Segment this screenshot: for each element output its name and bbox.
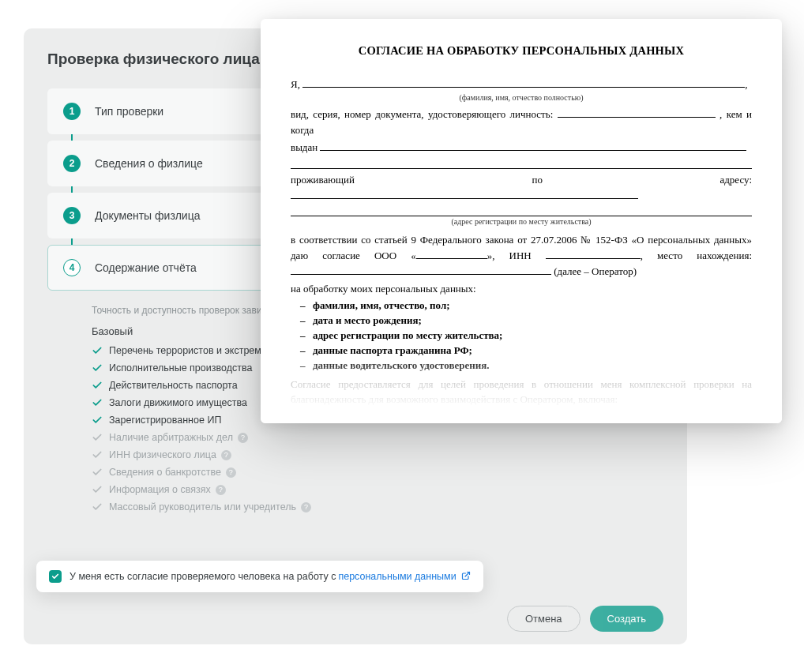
doc-text: , место нахождения: xyxy=(641,250,752,261)
list-item: Сведения о банкротстве ? xyxy=(92,467,648,478)
doc-faded-list: поиск в реестре недействительных паспорт… xyxy=(291,407,752,423)
info-icon[interactable]: ? xyxy=(301,502,311,512)
check-icon xyxy=(92,432,103,443)
step-badge: 1 xyxy=(63,103,81,120)
info-icon[interactable]: ? xyxy=(221,450,231,460)
doc-bold-list: фамилия, имя, отчество, пол; дата и мест… xyxy=(291,298,752,373)
info-icon[interactable]: ? xyxy=(238,433,248,443)
step-label: Сведения о физлице xyxy=(95,157,203,170)
personal-data-link[interactable]: персональными данными xyxy=(338,571,471,582)
check-icon xyxy=(92,467,103,478)
list-item-label: Залоги движимого имущества xyxy=(109,397,247,408)
check-icon xyxy=(92,501,103,512)
create-button[interactable]: Создать xyxy=(590,606,663,632)
doc-text: (далее – Оператор) xyxy=(554,265,637,277)
doc-label: проживающий по адресу: xyxy=(291,174,752,186)
doc-caption-fio: (фамилия, имя, отчество полностью) xyxy=(291,93,752,102)
fill-line xyxy=(291,158,752,169)
doc-list-item: адрес регистрации по месту жительства; xyxy=(313,328,752,344)
step-label: Документы физлица xyxy=(95,209,200,222)
step-label: Содержание отчёта xyxy=(95,261,197,274)
doc-label: выдан xyxy=(291,141,317,153)
cancel-button[interactable]: Отмена xyxy=(507,606,580,632)
doc-list-item: поиск в реестре недействительных паспорт… xyxy=(313,407,752,422)
list-item-label: Массовый руководитель или учредитель xyxy=(109,501,296,512)
info-icon[interactable]: ? xyxy=(216,485,226,495)
doc-processing-intro: на обработку моих персональных данных: xyxy=(291,281,752,297)
check-icon xyxy=(92,345,103,356)
check-icon xyxy=(92,449,103,460)
step-badge: 4 xyxy=(63,259,81,276)
list-item-label: Зарегистрированное ИП xyxy=(109,415,221,426)
list-item-label: Сведения о банкротстве xyxy=(109,467,221,478)
list-item: Массовый руководитель или учредитель ? xyxy=(92,501,648,512)
list-item-label: ИНН физического лица xyxy=(109,449,216,460)
doc-list-item: данные водительского удостоверения. xyxy=(313,359,752,374)
list-item: ИНН физического лица ? xyxy=(92,449,648,460)
check-icon xyxy=(51,573,59,580)
list-item-label: Наличие арбитражных дел xyxy=(109,432,233,443)
doc-line-doc: вид, серия, номер документа, удостоверяю… xyxy=(291,107,752,138)
external-link-icon xyxy=(461,571,471,580)
check-icon xyxy=(92,415,103,426)
doc-label: вид, серия, номер документа, удостоверяю… xyxy=(291,108,553,120)
doc-list-item: нахождения в розыске; xyxy=(313,422,752,423)
list-item-label: Информация о связях xyxy=(109,484,211,495)
info-icon[interactable]: ? xyxy=(226,467,236,478)
doc-line-issued: выдан xyxy=(291,140,752,156)
consent-document: СОГЛАСИЕ НА ОБРАБОТКУ ПЕРСОНАЛЬНЫХ ДАННЫ… xyxy=(261,19,782,423)
consent-text: У меня есть согласие проверяемого челове… xyxy=(70,571,336,582)
doc-label: Я, xyxy=(291,78,300,90)
step-badge: 3 xyxy=(63,207,81,224)
step-label: Тип проверки xyxy=(95,105,163,118)
doc-line-address: проживающий по адресу: xyxy=(291,172,752,204)
check-icon xyxy=(92,397,103,408)
fill-line xyxy=(291,205,752,216)
link-text: персональными данными xyxy=(338,571,456,582)
doc-list-item: данные паспорта гражданина РФ; xyxy=(313,344,752,359)
check-icon xyxy=(92,362,103,374)
list-item-label: Действительность паспорта xyxy=(109,380,238,391)
doc-law-paragraph: в соответствии со статьей 9 Федерального… xyxy=(291,232,752,280)
doc-text: », ИНН xyxy=(487,250,532,261)
check-icon xyxy=(92,484,103,495)
footer-actions: Отмена Создать xyxy=(507,606,663,632)
doc-caption-addr: (адрес регистрации по месту жительства) xyxy=(291,217,752,226)
doc-list-item: дата и место рождения; xyxy=(313,313,752,328)
list-item: Информация о связях ? xyxy=(92,484,648,495)
doc-title: СОГЛАСИЕ НА ОБРАБОТКУ ПЕРСОНАЛЬНЫХ ДАННЫ… xyxy=(291,44,752,58)
step-badge: 2 xyxy=(63,155,81,172)
list-item: Наличие арбитражных дел ? xyxy=(92,432,648,443)
doc-line-name: Я, , xyxy=(291,77,752,92)
doc-list-item: фамилия, имя, отчество, пол; xyxy=(313,298,752,313)
list-item-label: Исполнительные производства xyxy=(109,362,252,374)
check-icon xyxy=(92,380,103,391)
doc-purpose-paragraph: Согласие предоставляется для целей прове… xyxy=(291,377,752,407)
consent-pill: У меня есть согласие проверяемого челове… xyxy=(36,561,483,592)
consent-checkbox[interactable] xyxy=(49,570,62,583)
